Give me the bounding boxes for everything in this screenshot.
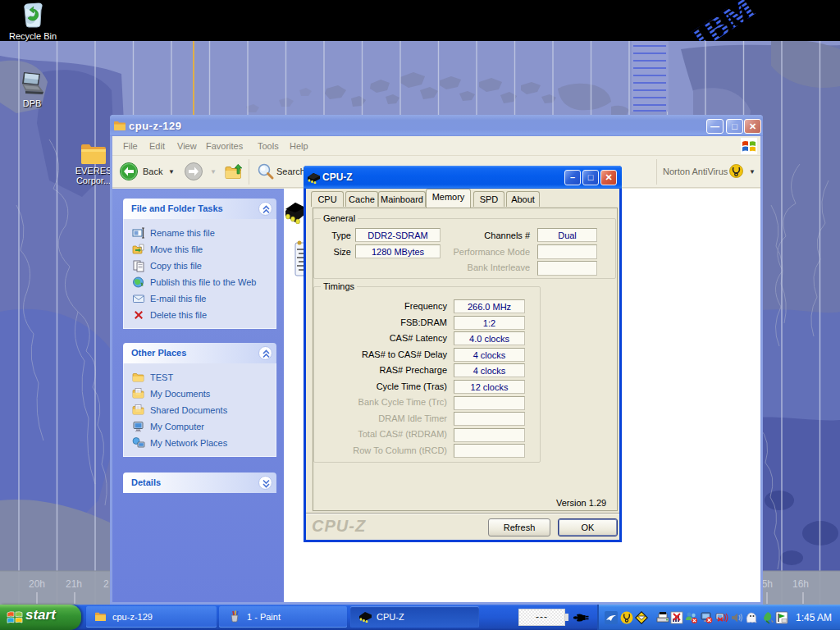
svg-text:2: 2 xyxy=(103,578,109,590)
svg-text:16h: 16h xyxy=(792,578,809,590)
svg-text:20h: 20h xyxy=(29,578,45,590)
svg-text:21h: 21h xyxy=(66,578,82,590)
